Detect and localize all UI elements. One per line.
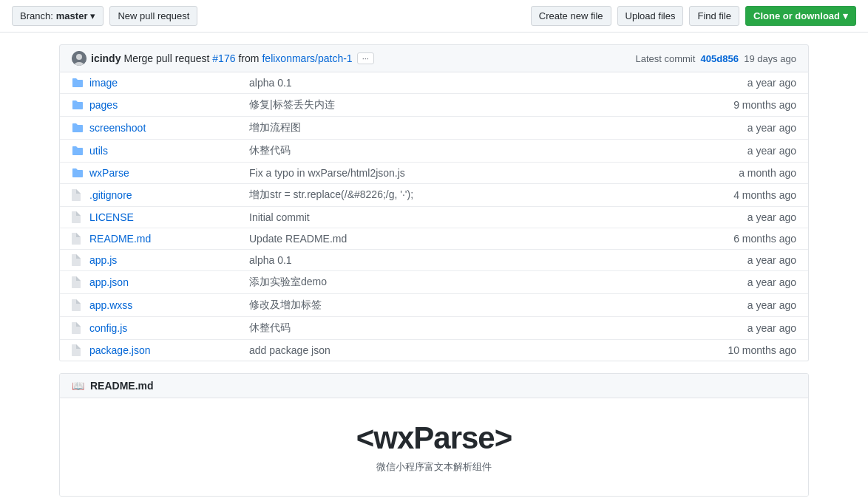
pull-request-link[interactable]: #176 xyxy=(212,52,235,64)
from-text: from xyxy=(238,52,259,64)
table-row: LICENSEInitial commita year ago xyxy=(60,207,808,228)
file-name: utils xyxy=(89,145,237,157)
folder-icon xyxy=(72,100,84,110)
file-age: 9 months ago xyxy=(708,99,796,111)
branch-name: master xyxy=(56,10,88,21)
table-row: screenshoot增加流程图a year ago xyxy=(60,117,808,140)
file-name: config.js xyxy=(89,322,237,334)
file-name-link[interactable]: config.js xyxy=(89,322,127,334)
table-row: imagealpha 0.1a year ago xyxy=(60,72,808,94)
branch-reference-link[interactable]: felixonmars/patch-1 xyxy=(262,52,352,64)
table-row: wxParseFix a typo in wxParse/html2json.j… xyxy=(60,163,808,184)
file-name: .gitignore xyxy=(89,189,237,201)
file-icon xyxy=(72,299,84,311)
file-name-link[interactable]: app.json xyxy=(89,276,129,288)
table-row: app.jsalpha 0.1a year ago xyxy=(60,250,808,271)
file-table: imagealpha 0.1a year ago pages修复|标签丢失内连9… xyxy=(59,72,809,361)
file-icon xyxy=(72,254,84,266)
file-name-link[interactable]: app.wxss xyxy=(89,299,132,311)
file-message: 修复|标签丢失内连 xyxy=(237,98,708,112)
folder-icon xyxy=(72,168,84,178)
file-name: app.wxss xyxy=(89,299,237,311)
table-row: README.mdUpdate README.md6 months ago xyxy=(60,228,808,250)
file-name-link[interactable]: app.js xyxy=(89,254,117,266)
branch-label: Branch: xyxy=(20,10,53,21)
chevron-down-icon: ▾ xyxy=(90,10,95,21)
table-row: package.jsonadd package json10 months ag… xyxy=(60,340,808,361)
file-message: 修改及增加标签 xyxy=(237,299,708,312)
file-name: app.js xyxy=(89,254,237,266)
file-age: a month ago xyxy=(708,167,796,179)
toolbar: Branch: master ▾ New pull request Create… xyxy=(0,0,868,33)
commit-hash-link[interactable]: 405d856 xyxy=(701,53,739,64)
commit-age: 19 days ago xyxy=(744,53,796,64)
file-icon xyxy=(72,233,84,245)
wxparse-logo-title: <wxParse> xyxy=(89,420,779,456)
file-icon xyxy=(72,276,84,288)
file-name: README.md xyxy=(89,233,237,245)
expand-message-button[interactable]: ··· xyxy=(357,52,374,64)
file-message: 休整代码 xyxy=(237,321,708,335)
commit-info: Latest commit 405d856 19 days ago xyxy=(635,53,796,64)
file-name: screenshoot xyxy=(89,122,237,134)
file-age: a year ago xyxy=(708,254,796,266)
file-icon xyxy=(72,322,84,334)
latest-commit-bar: icindy Merge pull request #176 from feli… xyxy=(59,44,809,72)
file-age: a year ago xyxy=(708,299,796,311)
file-icon xyxy=(72,344,84,356)
file-name-link[interactable]: README.md xyxy=(89,233,151,245)
file-message: Update README.md xyxy=(237,233,708,245)
commit-message: Merge pull request xyxy=(123,52,209,64)
table-row: app.json添加实验室demoa year ago xyxy=(60,271,808,294)
file-name: LICENSE xyxy=(89,211,237,223)
folder-icon xyxy=(72,123,84,133)
commit-author: icindy xyxy=(91,52,121,64)
create-new-file-button[interactable]: Create new file xyxy=(531,6,611,26)
file-age: 10 months ago xyxy=(708,344,796,356)
file-name-link[interactable]: screenshoot xyxy=(89,122,146,134)
file-message: Fix a typo in wxParse/html2json.js xyxy=(237,167,708,179)
table-row: utils休整代码a year ago xyxy=(60,140,808,163)
file-name-link[interactable]: LICENSE xyxy=(89,211,134,223)
branch-selector[interactable]: Branch: master ▾ xyxy=(12,6,104,26)
file-icon xyxy=(72,211,84,223)
file-name: image xyxy=(89,77,237,89)
wxparse-title-left: <wxParse> xyxy=(356,420,512,455)
book-icon: 📖 xyxy=(72,380,84,392)
file-age: a year ago xyxy=(708,145,796,157)
file-name: app.json xyxy=(89,276,237,288)
find-file-button[interactable]: Find file xyxy=(689,6,739,26)
readme-body: <wxParse> 微信小程序富文本解析组件 xyxy=(60,398,808,496)
new-pull-request-button[interactable]: New pull request xyxy=(109,6,197,26)
file-message: 添加实验室demo xyxy=(237,276,708,289)
file-age: a year ago xyxy=(708,211,796,223)
file-icon xyxy=(72,189,84,201)
file-name: pages xyxy=(89,99,237,111)
chevron-down-icon: ▾ xyxy=(843,10,848,21)
table-row: config.js休整代码a year ago xyxy=(60,317,808,340)
file-message: 休整代码 xyxy=(237,144,708,157)
wxparse-subtitle: 微信小程序富文本解析组件 xyxy=(89,460,779,474)
file-message: 增加str = str.replace(/&#8226;/g, '·'); xyxy=(237,188,708,202)
folder-icon xyxy=(72,78,84,88)
file-age: 4 months ago xyxy=(708,189,796,201)
readme-section: 📖 README.md <wxParse> 微信小程序富文本解析组件 xyxy=(59,373,809,497)
svg-point-1 xyxy=(76,54,82,60)
author-avatar xyxy=(72,51,87,66)
file-name-link[interactable]: package.json xyxy=(89,344,151,356)
file-age: a year ago xyxy=(708,276,796,288)
file-name-link[interactable]: utils xyxy=(89,145,108,157)
folder-icon xyxy=(72,146,84,156)
file-name-link[interactable]: .gitignore xyxy=(89,189,132,201)
table-row: .gitignore增加str = str.replace(/&#8226;/g… xyxy=(60,184,808,207)
file-message-link[interactable]: wxParse/html2json.js xyxy=(308,167,405,179)
file-message: Initial commit xyxy=(237,211,708,223)
upload-files-button[interactable]: Upload files xyxy=(617,6,684,26)
file-age: a year ago xyxy=(708,77,796,89)
file-name-link[interactable]: image xyxy=(89,77,118,89)
file-name-link[interactable]: wxParse xyxy=(89,167,129,179)
clone-or-download-button[interactable]: Clone or download ▾ xyxy=(745,6,856,26)
file-age: a year ago xyxy=(708,122,796,134)
file-message: add package json xyxy=(237,344,708,356)
file-name-link[interactable]: pages xyxy=(89,99,118,111)
